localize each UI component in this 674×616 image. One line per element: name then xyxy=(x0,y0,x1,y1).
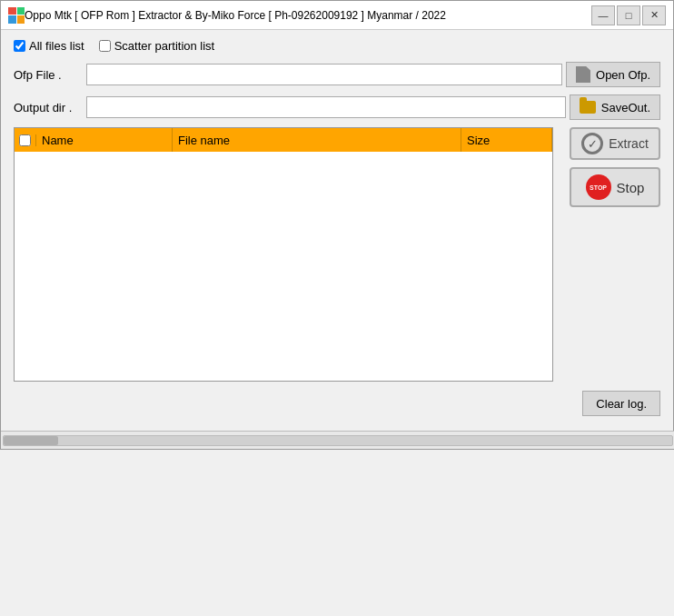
all-files-label: All files list xyxy=(29,39,84,53)
maximize-button[interactable]: □ xyxy=(617,5,640,25)
save-out-button[interactable]: SaveOut. xyxy=(570,94,660,120)
table-header: Name File name Size xyxy=(15,128,552,152)
ofp-file-input[interactable] xyxy=(86,64,562,85)
extract-label: Extract xyxy=(609,136,649,151)
close-button[interactable]: ✕ xyxy=(642,5,666,25)
stop-button[interactable]: STOP Stop xyxy=(570,167,660,207)
ofp-file-row: Ofp File . Open Ofp. xyxy=(14,62,660,87)
output-label: Output dir . xyxy=(14,101,86,114)
file-icon xyxy=(576,66,590,83)
open-ofp-label: Open Ofp. xyxy=(596,68,650,82)
scatter-checkbox[interactable] xyxy=(99,40,111,52)
scatter-label: Scatter partition list xyxy=(114,39,215,53)
main-area: Name File name Size ✓ Extract STOP Stop xyxy=(14,127,660,382)
output-dir-row: Output dir . SaveOut. xyxy=(14,94,660,120)
extract-icon: ✓ xyxy=(581,133,603,154)
ofp-label: Ofp File . xyxy=(14,68,86,82)
select-all-checkbox[interactable] xyxy=(19,134,31,146)
folder-icon xyxy=(580,101,596,114)
header-checkbox-cell xyxy=(15,134,36,146)
window-title: Oppo Mtk [ OFP Rom ] Extractor & By-Miko… xyxy=(25,9,591,22)
extract-button[interactable]: ✓ Extract xyxy=(570,127,660,160)
stop-icon: STOP xyxy=(586,174,611,200)
bottom-row: Clear log. xyxy=(14,391,660,422)
checkboxes-row: All files list Scatter partition list xyxy=(14,39,660,53)
col-filename-header: File name xyxy=(173,128,461,152)
main-window: Oppo Mtk [ OFP Rom ] Extractor & By-Miko… xyxy=(0,0,674,450)
stop-icon-text: STOP xyxy=(590,184,607,191)
scrollbar-area xyxy=(1,431,674,449)
output-dir-input[interactable] xyxy=(86,96,566,118)
file-table: Name File name Size xyxy=(14,127,553,382)
save-out-label: SaveOut. xyxy=(601,101,650,114)
all-files-checkbox-label[interactable]: All files list xyxy=(14,39,84,53)
table-body xyxy=(15,152,552,381)
content-area: All files list Scatter partition list Of… xyxy=(1,30,673,431)
stop-label: Stop xyxy=(617,180,645,195)
col-name-header: Name xyxy=(36,128,173,152)
scrollbar-thumb[interactable] xyxy=(4,436,58,445)
col-size-header: Size xyxy=(461,128,552,152)
open-ofp-button[interactable]: Open Ofp. xyxy=(566,62,660,87)
scrollbar-track[interactable] xyxy=(3,435,673,446)
title-bar: Oppo Mtk [ OFP Rom ] Extractor & By-Miko… xyxy=(1,1,673,30)
clear-log-button[interactable]: Clear log. xyxy=(582,391,660,416)
title-bar-controls: — □ ✕ xyxy=(591,5,666,25)
scatter-checkbox-label[interactable]: Scatter partition list xyxy=(99,39,215,53)
side-buttons: ✓ Extract STOP Stop xyxy=(560,127,660,382)
minimize-button[interactable]: — xyxy=(591,5,615,25)
app-icon xyxy=(8,7,25,24)
all-files-checkbox[interactable] xyxy=(14,40,25,52)
